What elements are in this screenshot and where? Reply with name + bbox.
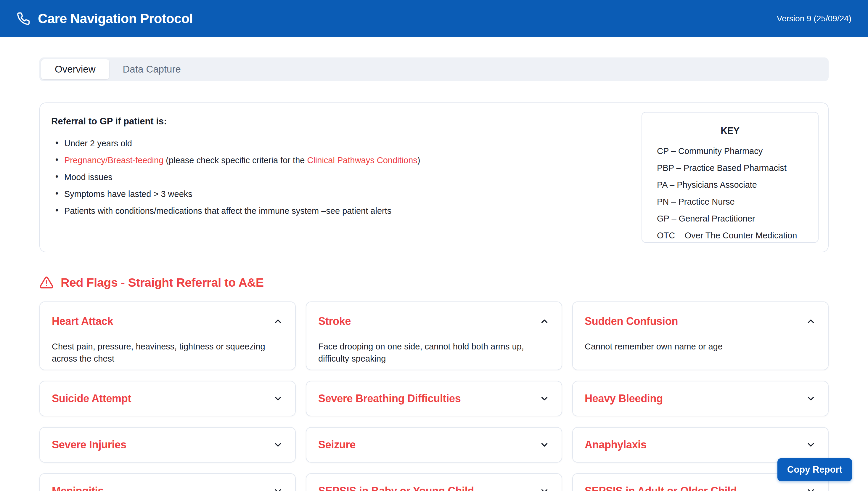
referral-item: Pregnancy/Breast-feeding (please check s… <box>51 155 569 166</box>
alert-triangle-icon <box>39 276 54 290</box>
card-meningitis[interactable]: Meningitis <box>39 473 296 491</box>
referral-item-text: Mood issues <box>64 172 113 182</box>
card-title: Heart Attack <box>52 315 113 327</box>
card-sudden-confusion[interactable]: Sudden Confusion Cannot remember own nam… <box>572 301 829 370</box>
referral-item-text: Patients with conditions/medications tha… <box>64 206 391 215</box>
card-title: Severe Injuries <box>52 439 126 451</box>
chevron-down-icon[interactable] <box>539 486 550 491</box>
referral-item-text: (please check specific criteria for the <box>163 155 307 165</box>
card-severe-breathing-difficulties[interactable]: Severe Breathing Difficulties <box>306 381 562 416</box>
referral-item: Symptoms have lasted > 3 weeks <box>51 189 569 200</box>
chevron-down-icon[interactable] <box>806 393 816 404</box>
chevron-down-icon[interactable] <box>539 439 550 450</box>
chevron-down-icon[interactable] <box>806 439 816 450</box>
referral-item-text: Symptoms have lasted > 3 weeks <box>64 189 192 199</box>
chevron-down-icon[interactable] <box>273 439 283 450</box>
card-title: Sudden Confusion <box>585 315 678 327</box>
main-content: Overview Data Capture Referral to GP if … <box>0 57 868 491</box>
card-suicide-attempt[interactable]: Suicide Attempt <box>39 381 296 416</box>
key-entry: PN – Practice Nurse <box>657 197 818 207</box>
referral-panel: Referral to GP if patient is: Under 2 ye… <box>39 103 829 252</box>
pregnancy-link[interactable]: Pregnancy/Breast-feeding <box>64 155 163 165</box>
key-entry: PBP – Practice Based Pharmacist <box>657 163 818 173</box>
card-body: Cannot remember own name or age <box>585 341 816 353</box>
red-flags-heading: Red Flags - Straight Referral to A&E <box>39 276 829 290</box>
chevron-up-icon[interactable] <box>539 316 550 327</box>
referral-item-text: ) <box>417 155 420 165</box>
referral-item: Mood issues <box>51 172 569 183</box>
card-heavy-bleeding[interactable]: Heavy Bleeding <box>572 381 829 416</box>
card-title: Anaphylaxis <box>585 439 647 451</box>
referral-item-text: Under 2 years old <box>64 139 132 148</box>
tab-data-capture[interactable]: Data Capture <box>109 59 194 79</box>
key-title: KEY <box>657 125 803 136</box>
card-sepsis-baby-young-child[interactable]: SEPSIS in Baby or Young Child <box>306 473 562 491</box>
card-stroke[interactable]: Stroke Face drooping on one side, cannot… <box>306 301 562 370</box>
key-box: KEY CP – Community Pharmacy PBP – Practi… <box>641 112 818 243</box>
card-anaphylaxis[interactable]: Anaphylaxis <box>572 427 829 463</box>
card-severe-injuries[interactable]: Severe Injuries <box>39 427 296 463</box>
card-title: SEPSIS in Baby or Young Child <box>318 485 474 491</box>
chevron-down-icon[interactable] <box>273 393 283 404</box>
chevron-down-icon[interactable] <box>806 486 816 491</box>
copy-report-button[interactable]: Copy Report <box>777 458 852 481</box>
version-label: Version 9 (25/09/24) <box>777 14 851 23</box>
referral-item: Under 2 years old <box>51 138 569 149</box>
referral-list: Under 2 years old Pregnancy/Breast-feedi… <box>51 138 569 216</box>
chevron-down-icon[interactable] <box>539 393 550 404</box>
chevron-up-icon[interactable] <box>806 316 816 327</box>
card-title: Severe Breathing Difficulties <box>318 393 461 405</box>
cards-grid: Heart Attack Chest pain, pressure, heavi… <box>39 301 829 491</box>
tab-overview[interactable]: Overview <box>41 59 109 79</box>
card-body: Face drooping on one side, cannot hold b… <box>318 341 550 365</box>
phone-icon <box>17 12 30 26</box>
key-entry: PA – Physicians Associate <box>657 180 818 190</box>
red-flags-heading-text: Red Flags - Straight Referral to A&E <box>61 276 264 290</box>
card-body: Chest pain, pressure, heaviness, tightne… <box>52 341 283 365</box>
key-entry: GP – General Practitioner <box>657 214 818 224</box>
chevron-down-icon[interactable] <box>273 486 283 491</box>
app-header: Care Navigation Protocol Version 9 (25/0… <box>0 0 868 37</box>
tab-bar: Overview Data Capture <box>39 57 829 81</box>
referral-item: Patients with conditions/medications tha… <box>51 205 569 216</box>
card-title: Meningitis <box>52 485 103 491</box>
card-title: SEPSIS in Adult or Older Child <box>585 485 737 491</box>
key-entry: CP – Community Pharmacy <box>657 146 818 156</box>
key-entry: OTC – Over The Counter Medication <box>657 231 818 240</box>
chevron-up-icon[interactable] <box>273 316 283 327</box>
page-title: Care Navigation Protocol <box>38 11 193 26</box>
clinical-pathways-link[interactable]: Clinical Pathways Conditions <box>307 155 417 165</box>
card-title: Suicide Attempt <box>52 393 131 405</box>
card-seizure[interactable]: Seizure <box>306 427 562 463</box>
card-title: Heavy Bleeding <box>585 393 663 405</box>
card-title: Stroke <box>318 315 351 327</box>
card-heart-attack[interactable]: Heart Attack Chest pain, pressure, heavi… <box>39 301 296 370</box>
card-title: Seizure <box>318 439 356 451</box>
